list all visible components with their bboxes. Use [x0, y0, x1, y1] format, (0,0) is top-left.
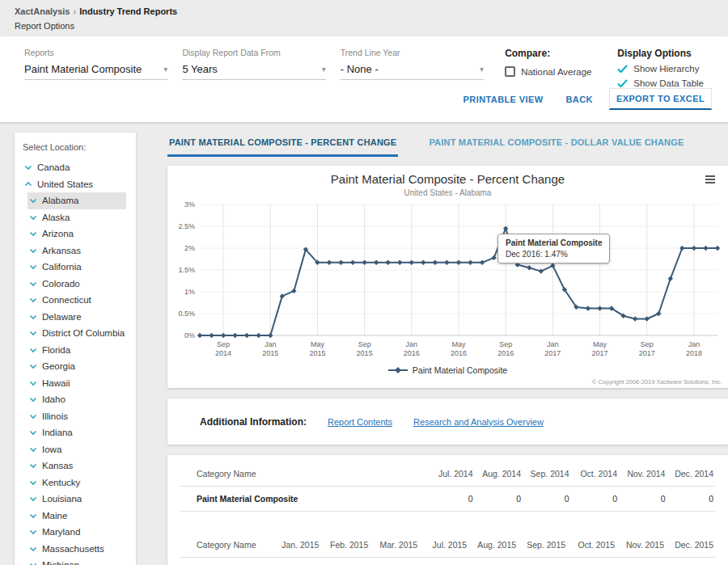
table-cell: Paint Material Composite: [180, 487, 426, 512]
tree-item-kansas[interactable]: Kansas: [28, 457, 126, 474]
show-data-table-toggle[interactable]: Show Data Table: [617, 78, 704, 88]
tree-item-label: Colorado: [42, 279, 80, 289]
y-axis-label: 0%: [184, 331, 195, 339]
table-row: Paint Material Composite000000: [180, 487, 715, 512]
data-tables: Category NameJul. 2014Aug. 2014Sep. 2014…: [180, 462, 715, 565]
series-marker: [645, 316, 650, 321]
chevron-down-icon: [29, 479, 37, 486]
chevron-down-icon: [29, 230, 37, 237]
location-sidebar: Select Location: CanadaUnited StatesAlab…: [15, 133, 136, 565]
tree-item-illinois[interactable]: Illinois: [28, 408, 126, 425]
tree-item-label: Michigan: [42, 560, 79, 565]
show-hierarchy-label: Show Hierarchy: [633, 64, 699, 74]
trend-line-year-select[interactable]: Trend Line Year - None - ▾: [341, 48, 484, 88]
series-marker: [244, 333, 249, 338]
x-axis-label: 2017: [544, 349, 561, 357]
report-contents-link[interactable]: Report Contents: [328, 417, 392, 427]
table-cell: 0: [271, 558, 320, 565]
tree-item-california[interactable]: California: [28, 259, 126, 276]
table-cell: 0: [571, 487, 619, 512]
column-header: Aug. 2014: [475, 462, 523, 487]
table-cell: 0: [475, 487, 523, 512]
data-from-select[interactable]: Display Report Data From 5 Years ▾: [182, 48, 325, 88]
tab-percent-change[interactable]: PAINT MATERIAL COMPOSITE - PERCENT CHANG…: [167, 133, 398, 157]
tree-item-maine[interactable]: Maine: [28, 508, 126, 525]
column-header: Jul. 2015: [419, 533, 468, 558]
export-to-excel-button[interactable]: EXPORT TO EXCEL: [609, 88, 712, 110]
tree-item-iowa[interactable]: Iowa: [28, 441, 126, 458]
series-marker: [327, 260, 332, 265]
x-axis-label: Sep: [499, 340, 512, 348]
table-cell: 1.67%: [468, 558, 518, 565]
chevron-down-icon: [29, 197, 37, 204]
x-axis-label: 2014: [215, 349, 231, 357]
select-location-label: Select Location:: [15, 139, 136, 159]
chevron-down-icon: [29, 247, 37, 254]
series-marker: [350, 260, 355, 265]
tree-item-hawaii[interactable]: Hawaii: [28, 375, 126, 392]
show-hierarchy-toggle[interactable]: Show Hierarchy: [617, 64, 704, 74]
x-axis-label: 2017: [639, 349, 655, 357]
column-header: Sep. 2015: [518, 533, 567, 558]
national-average-checkbox-row[interactable]: National Average: [505, 66, 593, 77]
legend-marker-icon: [388, 366, 408, 374]
table-cell: 0: [523, 487, 570, 512]
back-button[interactable]: BACK: [560, 90, 599, 109]
tree-item-idaho[interactable]: Idaho: [28, 391, 126, 408]
tree-item-delaware[interactable]: Delaware: [28, 309, 126, 326]
additional-info-card: Additional Information: Report Contents …: [167, 398, 728, 445]
tree-item-alabama[interactable]: Alabama: [28, 192, 126, 209]
column-header: Nov. 2015: [616, 533, 666, 558]
tree-item-label: Illinois: [42, 411, 68, 421]
tab-dollar-value-change[interactable]: PAINT MATERIAL COMPOSITE - DOLLAR VALUE …: [427, 133, 685, 157]
chart-legend[interactable]: Paint Material Composite: [174, 365, 722, 375]
tree-item-label: Florida: [42, 345, 70, 355]
tree-item-maryland[interactable]: Maryland: [28, 524, 126, 541]
tree-item-georgia[interactable]: Georgia: [28, 358, 126, 375]
reports-select[interactable]: Reports Paint Material Composite ▾: [24, 48, 167, 88]
chart-menu-icon[interactable]: [704, 174, 717, 187]
data-table-1: Category NameJul. 2014Aug. 2014Sep. 2014…: [180, 462, 715, 512]
report-tabs: PAINT MATERIAL COMPOSITE - PERCENT CHANG…: [167, 133, 728, 157]
table-cell: 1.67%: [666, 558, 715, 565]
tree-item-louisiana[interactable]: Louisiana: [28, 491, 126, 508]
tree-item-florida[interactable]: Florida: [28, 342, 126, 359]
tree-item-canada[interactable]: Canada: [23, 159, 126, 176]
tree-item-connecticut[interactable]: Connecticut: [28, 292, 126, 309]
report-options-panel: Reports Paint Material Composite ▾ Displ…: [0, 36, 728, 122]
breadcrumb-root[interactable]: XactAnalysis: [15, 6, 70, 16]
tree-item-arizona[interactable]: Arizona: [28, 226, 126, 242]
tree-item-colorado[interactable]: Colorado: [28, 276, 126, 293]
compare-label: Compare:: [505, 48, 593, 59]
series-marker: [703, 246, 708, 251]
tree-item-label: Delaware: [42, 312, 82, 322]
column-header: Sep. 2014: [523, 462, 570, 487]
tree-item-indiana[interactable]: Indiana: [28, 424, 126, 441]
printable-view-button[interactable]: PRINTABLE VIEW: [457, 90, 550, 109]
research-overview-link[interactable]: Research and Analysis Overview: [413, 417, 544, 427]
series-marker: [397, 260, 402, 265]
main-panel: PAINT MATERIAL COMPOSITE - PERCENT CHANG…: [167, 133, 728, 565]
series-marker: [456, 260, 461, 265]
chart-title: Paint Material Composite - Percent Chang…: [174, 172, 722, 186]
tree-item-kentucky[interactable]: Kentucky: [28, 474, 126, 491]
national-average-checkbox[interactable]: [505, 66, 515, 77]
tree-item-label: Idaho: [42, 394, 66, 404]
additional-info-label: Additional Information:: [200, 416, 307, 428]
tree-item-michigan[interactable]: Michigan: [28, 557, 126, 565]
chevron-down-icon: [29, 363, 37, 369]
tree-item-label: Kansas: [42, 461, 73, 470]
chevron-down-icon: [29, 429, 37, 436]
column-header: Category Name: [180, 533, 271, 558]
chevron-down-icon: [29, 297, 37, 303]
chevron-down-icon: [29, 347, 37, 353]
tree-item-united-states[interactable]: United States: [23, 176, 126, 193]
series-marker: [586, 306, 590, 310]
series-marker: [268, 333, 273, 338]
tree-item-district-of-columbia[interactable]: District Of Columbia: [28, 325, 126, 342]
table-cell: 1.67%: [518, 558, 567, 565]
tree-item-alaska[interactable]: Alaska: [28, 209, 126, 226]
top-bar: XactAnalysis›Industry Trend Reports Repo…: [0, 0, 728, 31]
tree-item-massachusetts[interactable]: Massachusetts: [28, 541, 126, 558]
tree-item-arkansas[interactable]: Arkansas: [28, 242, 126, 259]
